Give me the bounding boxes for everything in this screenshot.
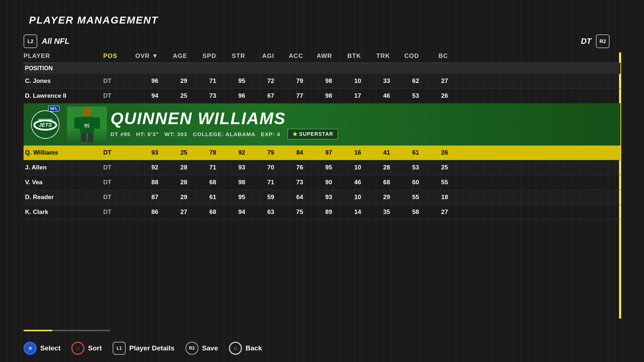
- r2-button[interactable]: R2: [596, 34, 610, 48]
- back-button-icon[interactable]: ○: [229, 342, 242, 355]
- cell-bc: 27: [422, 77, 451, 85]
- cell-bc: 26: [422, 149, 451, 156]
- cell-bc: 27: [422, 209, 451, 216]
- cell-pos: DT: [103, 179, 132, 186]
- action-save[interactable]: R3 Save: [185, 342, 218, 355]
- action-sort[interactable]: ○ Sort: [71, 342, 102, 355]
- cell-name: Q. Williams: [24, 149, 103, 156]
- cell-cod: 61: [393, 149, 422, 156]
- player-full-name: QUINNEN WILLIAMS: [110, 110, 613, 127]
- col-awr: AWR: [306, 52, 335, 60]
- svg-text:95: 95: [84, 123, 89, 129]
- action-player-details[interactable]: L1 Player Details: [113, 342, 175, 355]
- select-button-icon[interactable]: ✕: [24, 342, 37, 355]
- cell-name: C. Jones: [24, 77, 103, 85]
- player-meta: DT #95 HT: 6'3" WT: 303 COLLEGE: ALABAMA…: [110, 131, 280, 137]
- cell-cod: 62: [393, 77, 422, 85]
- cell-spd: 61: [190, 194, 219, 201]
- col-cod: COD: [393, 52, 422, 60]
- cell-spd: 68: [190, 209, 219, 216]
- svg-text:NEW YORK: NEW YORK: [38, 118, 53, 121]
- superstar-label: SUPERSTAR: [299, 131, 333, 137]
- cell-btk: 16: [335, 149, 364, 156]
- cell-str: 96: [219, 92, 248, 100]
- col-ovr: OVR ▼: [132, 52, 161, 60]
- cell-cod: 60: [393, 179, 422, 186]
- action-back[interactable]: ○ Back: [229, 342, 262, 355]
- col-player: PLAYER: [24, 52, 103, 60]
- cell-btk: 10: [335, 194, 364, 201]
- svg-rect-9: [88, 133, 93, 142]
- save-label: Save: [202, 344, 218, 352]
- player-info: QUINNEN WILLIAMS DT #95 HT: 6'3" WT: 303…: [107, 110, 613, 139]
- cell-agi: 79: [248, 149, 277, 156]
- cell-agi: 63: [248, 209, 277, 216]
- table-row[interactable]: Q. WilliamsDT9325789279849716416126: [24, 146, 620, 160]
- nfl-shield: NFL: [48, 106, 59, 111]
- cell-btk: 10: [335, 77, 364, 85]
- cell-agi: 67: [248, 92, 277, 100]
- cell-awr: 93: [306, 194, 335, 201]
- jets-logo: JETS NEW YORK: [31, 110, 60, 139]
- cell-awr: 95: [306, 164, 335, 171]
- cell-awr: 98: [306, 77, 335, 85]
- cell-age: 28: [161, 164, 190, 171]
- cell-str: 93: [219, 164, 248, 171]
- cell-cod: 55: [393, 194, 422, 201]
- column-headers: PLAYER POS OVR ▼ AGE SPD STR AGI ACC AWR…: [24, 52, 620, 63]
- dt-filter-label: DT: [581, 37, 591, 46]
- filter-label: All NFL: [42, 37, 70, 46]
- team-logo-area: JETS NEW YORK: [24, 110, 67, 139]
- cell-str: 95: [219, 194, 248, 201]
- cell-acc: 64: [277, 194, 306, 201]
- cell-btk: 46: [335, 179, 364, 186]
- table-row[interactable]: V. VeaDT8828689871739046686055: [24, 175, 620, 190]
- cell-bc: 55: [422, 179, 451, 186]
- svg-point-4: [82, 106, 92, 117]
- cell-age: 27: [161, 209, 190, 216]
- cell-agi: 71: [248, 179, 277, 186]
- cell-trk: 29: [364, 194, 393, 201]
- svg-rect-6: [74, 117, 80, 129]
- table-row[interactable]: D. Lawrence IIDT9425739667779817465326: [24, 89, 620, 104]
- table-row[interactable]: J. AllenDT9228719370769510285325: [24, 160, 620, 175]
- l2-button[interactable]: L2: [24, 34, 37, 48]
- cell-age: 29: [161, 194, 190, 201]
- cell-bc: 26: [422, 92, 451, 100]
- player-details-button-icon[interactable]: L1: [113, 342, 126, 355]
- cell-awr: 89: [306, 209, 335, 216]
- cell-pos: DT: [103, 209, 132, 216]
- table-row[interactable]: D. ReaderDT8729619559649310295518: [24, 190, 620, 205]
- cell-pos: DT: [103, 92, 132, 100]
- action-select[interactable]: ✕ Select: [24, 342, 60, 355]
- cell-age: 25: [161, 92, 190, 100]
- col-pos: POS: [103, 52, 132, 60]
- cell-spd: 78: [190, 149, 219, 156]
- cell-pos: DT: [103, 77, 132, 85]
- cell-ovr: 94: [132, 92, 161, 100]
- cell-trk: 33: [364, 77, 393, 85]
- cell-age: 29: [161, 77, 190, 85]
- select-label: Select: [40, 344, 60, 352]
- cell-agi: 72: [248, 77, 277, 85]
- position-group-header: POSITION: [24, 63, 620, 74]
- cell-name: D. Reader: [24, 194, 103, 201]
- cell-spd: 73: [190, 92, 219, 100]
- cell-ovr: 96: [132, 77, 161, 85]
- col-trk: TRK: [364, 52, 393, 60]
- cell-str: 94: [219, 209, 248, 216]
- sort-button-icon[interactable]: ○: [71, 342, 84, 355]
- table-row[interactable]: K. ClarkDT8627689463758914355827: [24, 205, 620, 220]
- cell-btk: 17: [335, 92, 364, 100]
- back-label: Back: [246, 344, 262, 352]
- cell-str: 92: [219, 149, 248, 156]
- cell-awr: 97: [306, 149, 335, 156]
- cell-bc: 25: [422, 164, 451, 171]
- action-bar: ✕ Select ○ Sort L1 Player Details R3 Sav…: [24, 342, 262, 355]
- table-row[interactable]: C. JonesDT9629719572799810336227: [24, 74, 620, 89]
- cell-cod: 58: [393, 209, 422, 216]
- save-button-icon[interactable]: R3: [185, 342, 198, 355]
- cell-spd: 71: [190, 164, 219, 171]
- col-spd: SPD: [190, 52, 219, 60]
- col-age: AGE: [161, 52, 190, 60]
